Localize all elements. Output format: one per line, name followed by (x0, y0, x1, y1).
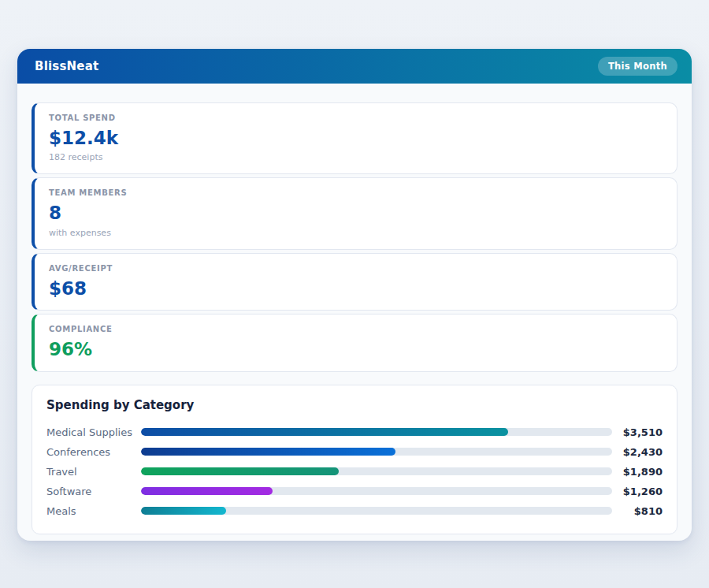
category-row-conferences: Conferences $2,430 (46, 442, 663, 462)
page-background: BlissNeat This Month TOTAL SPEND $12.4k … (0, 0, 709, 588)
category-bar-track (141, 507, 612, 515)
category-label: Meals (46, 505, 141, 517)
category-value: $2,430 (612, 446, 663, 458)
category-row-travel: Travel $1,890 (46, 462, 663, 482)
category-bar-fill (141, 448, 395, 456)
app-title: BlissNeat (35, 59, 98, 73)
stat-card-avg-receipt: AVG/RECEIPT $68 (32, 253, 677, 311)
dashboard-container: BlissNeat This Month TOTAL SPEND $12.4k … (17, 49, 692, 541)
stat-sub: with expenses (49, 228, 663, 238)
main-content: TOTAL SPEND $12.4k 182 receipts TEAM MEM… (17, 84, 692, 541)
category-bar-track (141, 428, 612, 436)
category-value: $810 (612, 505, 663, 517)
stat-value: $68 (49, 278, 663, 299)
category-value: $1,890 (612, 466, 663, 478)
category-bar-track (141, 448, 612, 456)
category-label: Software (46, 486, 141, 497)
category-value: $1,260 (612, 486, 663, 497)
stat-value: 96% (49, 339, 663, 359)
category-bar-track (141, 487, 612, 495)
stat-label: TOTAL SPEND (49, 114, 663, 122)
app-header: BlissNeat This Month (17, 49, 692, 84)
category-bar-fill (141, 428, 508, 436)
stat-value: 8 (49, 203, 663, 223)
stat-card-compliance: COMPLIANCE 96% (32, 314, 677, 371)
stat-card-team-members: TEAM MEMBERS 8 with expenses (32, 177, 677, 249)
stat-label: TEAM MEMBERS (49, 188, 663, 197)
category-bar-fill (141, 467, 339, 475)
stat-label: AVG/RECEIPT (49, 264, 663, 273)
stats-section: TOTAL SPEND $12.4k 182 receipts TEAM MEM… (32, 102, 677, 372)
stat-value: $12.4k (49, 128, 663, 148)
category-row-meals: Meals $810 (46, 501, 663, 521)
period-badge[interactable]: This Month (598, 57, 677, 76)
spending-title: Spending by Category (46, 398, 663, 412)
category-row-medical-supplies: Medical Supplies $3,510 (46, 422, 663, 442)
stat-sub: 182 receipts (49, 152, 663, 162)
stat-label: COMPLIANCE (49, 325, 663, 333)
category-label: Travel (46, 466, 141, 478)
category-row-software: Software $1,260 (46, 482, 663, 501)
category-rows: Medical Supplies $3,510 Conferences $2,4… (46, 422, 663, 521)
category-label: Conferences (46, 446, 141, 458)
category-value: $3,510 (612, 426, 663, 438)
category-bar-fill (141, 487, 273, 495)
category-bar-fill (141, 507, 226, 515)
spending-panel: Spending by Category Medical Supplies $3… (32, 385, 677, 534)
category-label: Medical Supplies (46, 426, 141, 438)
stat-card-total-spend: TOTAL SPEND $12.4k 182 receipts (32, 102, 677, 174)
category-bar-track (141, 467, 612, 475)
